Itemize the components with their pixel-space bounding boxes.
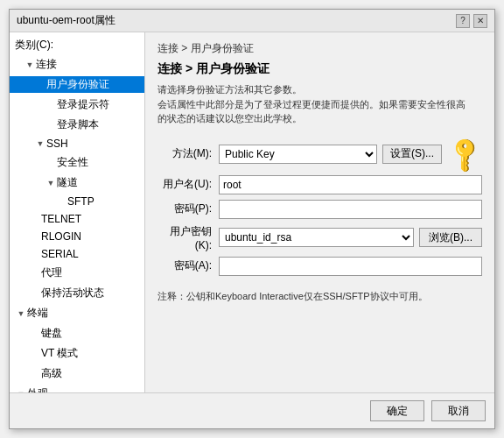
expand-icon-telnet (29, 213, 41, 225)
sidebar-item-tunnel[interactable]: ▼ 隧道 (10, 173, 144, 193)
sidebar-item-advanced[interactable]: 高级 (10, 364, 144, 384)
help-button[interactable]: ? (456, 14, 470, 28)
password-control (219, 200, 482, 219)
sidebar-label-connect: 连接 (36, 57, 57, 72)
username-control (219, 175, 482, 194)
sidebar-label-advanced: 高级 (41, 366, 62, 381)
browse-button[interactable]: 浏览(B)... (419, 228, 482, 247)
sidebar-item-proxy[interactable]: 代理 (10, 263, 144, 283)
sidebar-item-auth[interactable]: 用户身份验证 (10, 74, 144, 95)
passphrase-label: 密码(A): (158, 258, 219, 273)
breadcrumb: 连接 > 用户身份验证 (158, 41, 482, 56)
expand-icon-rlogin (29, 230, 41, 243)
section-title: 连接 > 用户身份验证 (158, 61, 482, 77)
expand-icon-terminal: ▼ (15, 307, 27, 320)
expand-icon-proxy (29, 267, 41, 279)
passphrase-input[interactable] (219, 257, 482, 276)
expand-icon-serial (29, 248, 41, 260)
title-bar: ubuntu-oem-root属性 ? ✕ (10, 10, 494, 32)
expand-icon-login-hint (45, 99, 57, 111)
username-input[interactable] (219, 175, 482, 194)
key-icon: 🔑 (444, 132, 486, 174)
sidebar-item-ssh[interactable]: ▼ SSH (10, 135, 144, 152)
dialog-title: ubuntu-oem-root属性 (17, 13, 116, 28)
userkey-label: 用户密钥(K): (158, 224, 219, 251)
sidebar-label-login-hint: 登录提示符 (57, 97, 109, 112)
username-row: 用户名(U): (158, 175, 482, 194)
desc-line2: 会话属性中此部分是为了登录过程更便捷而提供的。如果需要安全性很高 (158, 99, 466, 110)
desc-line1: 请选择身份验证方法和其它参数。 (158, 84, 302, 95)
category-label: 类别(C): (10, 36, 144, 54)
sidebar-label-vt-mode: VT 模式 (41, 346, 78, 361)
expand-icon-vt-mode (29, 348, 41, 360)
sidebar-item-sftp[interactable]: SFTP (10, 193, 144, 210)
sidebar-label-appearance: 外观 (27, 386, 48, 392)
method-row: 方法(M): Public Key Password Keyboard Inte… (158, 138, 482, 170)
expand-icon-sftp (55, 195, 67, 208)
key-icon-area: 🔑 (447, 138, 482, 170)
sidebar-label-tunnel: 隧道 (57, 175, 78, 190)
expand-icon-ssh: ▼ (34, 138, 46, 150)
sidebar-item-connect[interactable]: ▼ 连接 (10, 54, 144, 74)
sidebar-label-serial: SERIAL (41, 248, 79, 260)
password-label: 密码(P): (158, 201, 219, 216)
sidebar-item-login-script[interactable]: 登录脚本 (10, 115, 144, 135)
sidebar-label-keepalive: 保持活动状态 (41, 286, 104, 300)
expand-icon-security (45, 157, 57, 169)
sidebar-item-login-hint[interactable]: 登录提示符 (10, 95, 144, 115)
sidebar-item-security[interactable]: 安全性 (10, 152, 144, 173)
sidebar-item-serial[interactable]: SERIAL (10, 245, 144, 263)
expand-icon-connect: ▼ (24, 59, 36, 71)
sidebar-item-appearance[interactable]: ▼ 外观 (10, 384, 144, 392)
title-bar-controls: ? ✕ (456, 14, 487, 28)
sidebar: 类别(C): ▼ 连接 用户身份验证 登录提示符 (10, 32, 145, 392)
sidebar-label-login-script: 登录脚本 (57, 117, 99, 132)
settings-button[interactable]: 设置(S)... (382, 145, 442, 164)
sidebar-label-terminal: 终端 (27, 306, 48, 321)
userkey-row: 用户密钥(K): ubuntu_id_rsa 浏览(B)... (158, 224, 482, 251)
sidebar-item-vt-mode[interactable]: VT 模式 (10, 343, 144, 364)
sidebar-label-telnet: TELNET (41, 213, 81, 225)
dialog-window: ubuntu-oem-root属性 ? ✕ 类别(C): ▼ 连接 用户身份验证 (9, 9, 495, 429)
userkey-control: ubuntu_id_rsa 浏览(B)... (219, 228, 482, 247)
dialog-footer: 确定 取消 (10, 392, 494, 428)
passphrase-row: 密码(A): (158, 257, 482, 276)
sidebar-label-security: 安全性 (57, 155, 88, 170)
sidebar-label-ssh: SSH (46, 138, 68, 150)
sidebar-label-auth: 用户身份验证 (46, 77, 109, 92)
expand-icon-keepalive (29, 287, 41, 300)
passphrase-control (219, 257, 482, 276)
dialog-body: 类别(C): ▼ 连接 用户身份验证 登录提示符 (10, 32, 494, 392)
description: 请选择身份验证方法和其它参数。 会话属性中此部分是为了登录过程更便捷而提供的。如… (158, 82, 482, 126)
close-button[interactable]: ✕ (473, 14, 487, 28)
expand-icon-auth (34, 79, 46, 91)
expand-icon-login-script (45, 119, 57, 131)
method-select[interactable]: Public Key Password Keyboard Interactive… (219, 145, 377, 164)
userkey-select[interactable]: ubuntu_id_rsa (219, 228, 414, 247)
username-label: 用户名(U): (158, 177, 219, 192)
sidebar-item-keyboard[interactable]: 键盘 (10, 323, 144, 343)
expand-icon-tunnel: ▼ (45, 177, 57, 189)
cancel-button[interactable]: 取消 (431, 400, 486, 421)
content-area: 连接 > 用户身份验证 连接 > 用户身份验证 请选择身份验证方法和其它参数。 … (145, 32, 494, 392)
sidebar-label-sftp: SFTP (67, 195, 94, 208)
desc-line3: 的状态的话建议以您空出此学校。 (158, 113, 302, 124)
sidebar-item-terminal[interactable]: ▼ 终端 (10, 303, 144, 323)
sidebar-item-keepalive[interactable]: 保持活动状态 (10, 283, 144, 303)
method-control: Public Key Password Keyboard Interactive… (219, 138, 482, 170)
method-label: 方法(M): (158, 146, 219, 161)
note-text: 注释：公钥和Keyboard Interactive仅在SSH/SFTP协议中可… (158, 290, 482, 303)
sidebar-label-proxy: 代理 (41, 265, 62, 280)
expand-icon-advanced (29, 368, 41, 380)
form-area: 方法(M): Public Key Password Keyboard Inte… (158, 138, 482, 385)
expand-icon-keyboard (29, 328, 41, 340)
sidebar-item-rlogin[interactable]: RLOGIN (10, 228, 144, 245)
password-row: 密码(P): (158, 200, 482, 219)
sidebar-item-telnet[interactable]: TELNET (10, 210, 144, 228)
password-input[interactable] (219, 200, 482, 219)
ok-button[interactable]: 确定 (370, 400, 424, 421)
sidebar-label-keyboard: 键盘 (41, 326, 62, 341)
sidebar-label-rlogin: RLOGIN (41, 230, 81, 243)
